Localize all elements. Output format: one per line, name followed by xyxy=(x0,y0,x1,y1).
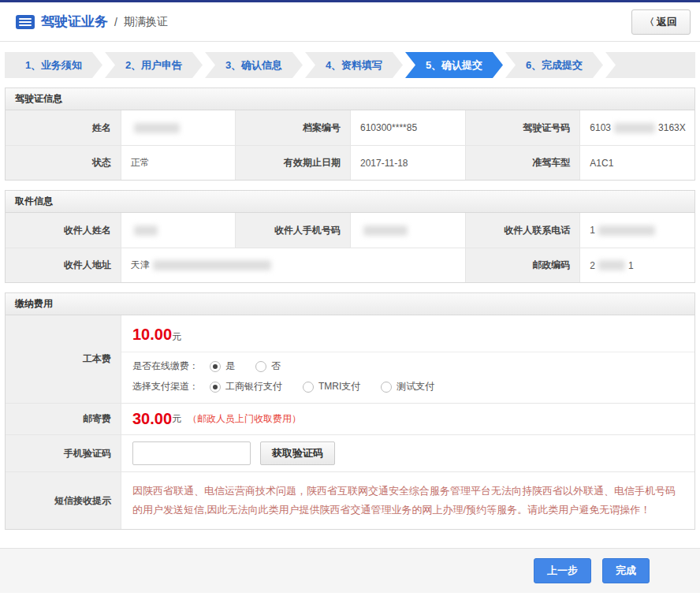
online-pay-no-radio[interactable] xyxy=(255,361,266,372)
step-2-user-declaration[interactable]: 2、用户申告 xyxy=(105,52,203,78)
recipient-mobile-value xyxy=(350,213,465,248)
step-4-fill-data[interactable]: 4、资料填写 xyxy=(305,52,403,78)
redacted-name xyxy=(134,123,180,133)
sms-notice-text: 因陕西省联通、电信运营商技术问题，陕西省互联网交通安全综合服务管理平台无法向持陕… xyxy=(121,472,694,529)
recipient-address-prefix: 天津 xyxy=(131,259,150,272)
license-no-value: 61033163X xyxy=(579,110,694,145)
online-pay-question: 是否在线缴费： xyxy=(132,359,199,373)
back-label: 返回 xyxy=(657,16,677,28)
license-section-title: 驾驶证信息 xyxy=(6,88,694,110)
production-fee-amount: 10.00 xyxy=(132,326,172,343)
channel-tmri-radio[interactable] xyxy=(303,382,314,393)
breadcrumb-separator: / xyxy=(114,16,117,28)
page-title: 驾驶证业务 xyxy=(41,13,108,31)
recipient-phone-prefix: 1 xyxy=(590,225,595,236)
postal-code-label: 邮政编码 xyxy=(465,248,580,282)
postage-fee-label: 邮寄费 xyxy=(6,403,121,434)
license-no-suffix: 3163X xyxy=(658,122,686,133)
name-label: 姓名 xyxy=(6,110,121,145)
file-no-value: 610300****85 xyxy=(350,110,465,145)
redacted-recipient-name xyxy=(134,225,158,236)
breadcrumb-current: 期满换证 xyxy=(124,15,168,29)
fees-section: 缴纳费用 工本费 10.00元 是否在线缴费： 是 否 选择支付渠道： 工商银行… xyxy=(5,292,695,530)
postal-code-prefix: 2 xyxy=(590,260,595,271)
vehicle-class-value: A1C1 xyxy=(579,145,694,180)
back-arrow-icon: 〈 xyxy=(645,17,654,28)
page-header: 驾驶证业务 / 期满换证 〈返回 xyxy=(0,2,700,42)
production-fee-unit: 元 xyxy=(172,331,181,342)
channel-icbc-radio[interactable] xyxy=(210,382,221,393)
online-pay-yes-radio[interactable] xyxy=(210,361,221,372)
sms-notice-cell: 因陕西省联通、电信运营商技术问题，陕西省互联网交通安全综合服务管理平台无法向持陕… xyxy=(121,471,694,529)
recipient-mobile-label: 收件人手机号码 xyxy=(235,213,350,248)
get-code-button[interactable]: 获取验证码 xyxy=(260,441,335,465)
redacted-recipient-address xyxy=(153,260,271,270)
channel-tmri-label[interactable]: TMRI支付 xyxy=(318,380,360,393)
step-5-confirm-submit[interactable]: 5、确认提交 xyxy=(405,52,503,78)
step-3-confirm-info[interactable]: 3、确认信息 xyxy=(205,52,303,78)
channel-icbc-label[interactable]: 工商银行支付 xyxy=(225,380,282,393)
license-info-section: 驾驶证信息 姓名 档案编号 610300****85 驾驶证号码 6103316… xyxy=(5,88,695,181)
step-progress-bar: 1、业务须知 2、用户申告 3、确认信息 4、资料填写 5、确认提交 6、完成提… xyxy=(5,52,695,78)
postal-code-value: 21 xyxy=(579,248,694,282)
recipient-phone-label: 收件人联系电话 xyxy=(465,213,580,248)
license-no-label: 驾驶证号码 xyxy=(465,110,580,145)
sms-code-label: 手机验证码 xyxy=(6,434,121,471)
postage-fee-note: （邮政人员上门收取费用） xyxy=(188,412,301,426)
previous-step-button[interactable]: 上一步 xyxy=(534,558,591,583)
step-6-complete-submit[interactable]: 6、完成提交 xyxy=(505,52,603,78)
online-pay-yes-label[interactable]: 是 xyxy=(225,359,235,373)
file-no-label: 档案编号 xyxy=(235,110,350,145)
vehicle-class-label: 准驾车型 xyxy=(465,145,580,180)
license-business-icon xyxy=(16,15,35,29)
license-no-prefix: 6103 xyxy=(590,122,611,133)
valid-until-label: 有效期止日期 xyxy=(235,145,350,180)
recipient-phone-value: 1 xyxy=(579,213,694,248)
channel-question: 选择支付渠道： xyxy=(132,380,199,393)
production-fee-cell: 10.00元 是否在线缴费： 是 否 选择支付渠道： 工商银行支付 TMRI支付 xyxy=(121,315,694,403)
recipient-name-value xyxy=(121,213,236,248)
sms-code-input[interactable] xyxy=(132,441,251,465)
postage-fee-unit: 元 xyxy=(172,412,181,426)
postal-code-suffix: 1 xyxy=(628,260,634,271)
status-label: 状态 xyxy=(6,145,121,180)
finish-button[interactable]: 完成 xyxy=(602,558,650,583)
step-1-business-notice[interactable]: 1、业务须知 xyxy=(5,52,102,78)
production-fee-label: 工本费 xyxy=(6,315,121,403)
recipient-address-label: 收件人地址 xyxy=(6,248,121,282)
name-value xyxy=(121,110,236,145)
redacted-recipient-phone xyxy=(598,225,655,236)
redacted-recipient-mobile xyxy=(363,225,408,236)
sms-code-cell: 获取验证码 xyxy=(121,434,694,471)
pickup-section-title: 取件信息 xyxy=(6,191,694,213)
postage-fee-cell: 30.00元 （邮政人员上门收取费用） xyxy=(121,403,694,434)
footer-action-bar: 上一步 完成 xyxy=(0,548,700,593)
sms-notice-label: 短信接收提示 xyxy=(6,471,121,529)
channel-test-label[interactable]: 测试支付 xyxy=(397,380,434,393)
redacted-license-no xyxy=(614,123,655,133)
recipient-address-value: 天津 xyxy=(121,248,465,282)
channel-test-radio[interactable] xyxy=(381,382,392,393)
step-bar-filler xyxy=(605,52,695,78)
fees-section-title: 缴纳费用 xyxy=(6,293,694,315)
online-pay-no-label[interactable]: 否 xyxy=(271,359,281,373)
pickup-info-section: 取件信息 收件人姓名 收件人手机号码 收件人联系电话 1 收件人地址 天津 邮政… xyxy=(5,190,695,283)
recipient-name-label: 收件人姓名 xyxy=(6,213,121,248)
back-button[interactable]: 〈返回 xyxy=(631,9,691,35)
valid-until-value: 2017-11-18 xyxy=(350,145,465,180)
redacted-postal-code xyxy=(598,260,625,270)
postage-fee-amount: 30.00 xyxy=(132,410,172,428)
status-value: 正常 xyxy=(121,145,236,180)
